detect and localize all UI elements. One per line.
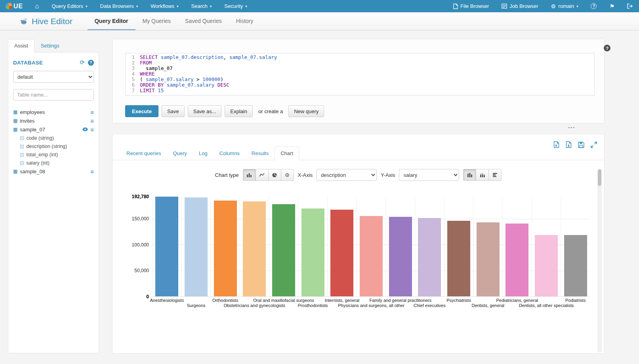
line-number: 4 xyxy=(126,71,135,77)
home-button[interactable]: ⌂ xyxy=(29,0,45,12)
chevron-down-icon: ▾ xyxy=(86,4,88,8)
column-item[interactable]: ◫total_emp (int) xyxy=(13,150,94,159)
x-axis-tick-label: Surgeons xyxy=(187,303,205,308)
resize-handle[interactable]: ••• xyxy=(565,126,578,131)
table-item[interactable]: ▦sample_08≡ xyxy=(13,167,94,176)
menu-workflows[interactable]: Workflows ▾ xyxy=(144,0,185,12)
explain-button[interactable]: Explain xyxy=(225,105,253,117)
bar-chart-type-button[interactable] xyxy=(243,169,256,181)
scrollbar-thumb[interactable] xyxy=(598,169,601,186)
menu-search[interactable]: Search ▾ xyxy=(185,0,218,12)
vertical-scrollbar[interactable] xyxy=(597,169,602,353)
code-line: sample_07 xyxy=(140,66,594,71)
x-axis-select[interactable]: description xyxy=(317,169,377,181)
chart-bar xyxy=(535,235,558,296)
chart-bar-slot: Physicians and surgeons, all other xyxy=(357,197,386,296)
save-as-button[interactable]: Save as... xyxy=(188,105,222,117)
pie-chart-type-button[interactable] xyxy=(268,169,281,181)
logout-button[interactable] xyxy=(621,0,639,12)
table-filter-input[interactable] xyxy=(13,89,94,100)
chart-bar-slot: Pediatricians, general xyxy=(503,197,532,296)
tab-my-queries[interactable]: My Queries xyxy=(135,12,178,30)
feedback-flag-button[interactable]: ⚑ xyxy=(603,0,621,12)
download-xls-icon[interactable] xyxy=(553,141,559,148)
x-axis-tick-label: Dentists, all other specialists xyxy=(519,303,574,308)
hue-logo[interactable]: UE xyxy=(0,0,29,12)
chevron-down-icon: ▾ xyxy=(210,4,212,8)
chart-bar-slot: Prosthodontists xyxy=(298,197,328,296)
y-axis-tick-label: 192,780 xyxy=(132,194,149,199)
x-axis-tick-label: Dentists, general xyxy=(471,303,504,308)
line-chart-type-button[interactable] xyxy=(256,169,269,181)
database-select[interactable]: default xyxy=(13,71,94,83)
line-number: 3 xyxy=(126,66,135,71)
code-token: sample_07.salary xyxy=(146,76,193,82)
chart-type-group xyxy=(243,169,294,181)
table-menu-icon[interactable]: ≡ xyxy=(90,169,94,174)
bar-chart: 192,780150,000100,00050,0000 Anesthesiol… xyxy=(113,197,604,297)
line-number: 5 xyxy=(126,77,135,82)
table-menu-icon[interactable]: ≡ xyxy=(90,118,94,124)
database-help-icon[interactable]: ? xyxy=(88,60,94,66)
help-button[interactable]: ? xyxy=(584,0,603,12)
table-icon: ▦ xyxy=(13,118,17,123)
code-token: FROM xyxy=(140,60,152,66)
tab-query[interactable]: Query xyxy=(167,146,193,160)
fullscreen-icon[interactable] xyxy=(591,142,597,148)
sql-code-editor[interactable]: 1234567 SELECT sample_07.description, sa… xyxy=(125,53,595,96)
column-item[interactable]: ◫salary (int) xyxy=(13,159,94,167)
tab-results[interactable]: Results xyxy=(246,146,275,160)
code-token: sample_07 xyxy=(140,65,173,71)
file-browser-link[interactable]: File Browser xyxy=(447,0,495,12)
chart-bar-slot: Psychiatrists xyxy=(444,197,474,296)
eye-icon[interactable] xyxy=(82,127,88,131)
query-editor-panel: 1234567 SELECT sample_07.description, sa… xyxy=(112,39,605,123)
chart-bar xyxy=(243,201,266,296)
editor-help-icon[interactable]: ? xyxy=(604,45,610,51)
execute-button[interactable]: Execute xyxy=(125,105,158,117)
tab-settings[interactable]: Settings xyxy=(34,39,66,53)
chart-bar-slot: Orthodontists xyxy=(211,197,240,296)
column-item[interactable]: ◫code (string) xyxy=(13,134,94,142)
download-file-icon[interactable] xyxy=(566,141,572,148)
new-query-button[interactable]: New query xyxy=(288,105,324,117)
refresh-icon[interactable]: ⟳ xyxy=(80,59,85,66)
table-item[interactable]: ▦sample_07≡ xyxy=(13,125,94,134)
code-line: ( sample_07.salary > 100000) xyxy=(140,77,594,82)
scatter-chart-type-button[interactable] xyxy=(281,169,294,181)
y-axis-select[interactable]: salary xyxy=(399,169,459,181)
tab-saved-queries[interactable]: Saved Queries xyxy=(178,12,229,30)
tab-assist[interactable]: Assist xyxy=(8,39,34,53)
menu-query-editors[interactable]: Query Editors ▾ xyxy=(46,0,94,12)
tab-query-editor[interactable]: Query Editor xyxy=(88,12,135,30)
menu-data-browsers[interactable]: Data Browsers ▾ xyxy=(94,0,145,12)
table-menu-icon[interactable]: ≡ xyxy=(90,109,94,115)
tab-chart[interactable]: Chart xyxy=(275,146,299,160)
grouped-bars-button[interactable] xyxy=(463,169,476,181)
menu-security[interactable]: Security ▾ xyxy=(218,0,254,12)
tab-log[interactable]: Log xyxy=(193,146,214,160)
code-token: SELECT xyxy=(140,54,158,60)
horizontal-bars-button[interactable] xyxy=(488,169,502,181)
chart-bar-slot: Oral and maxillofacial surgeons xyxy=(269,197,299,296)
tab-history[interactable]: History xyxy=(229,12,261,30)
save-results-icon[interactable] xyxy=(578,142,584,148)
save-button[interactable]: Save xyxy=(162,105,185,117)
table-item[interactable]: ▦employees≡ xyxy=(13,108,94,116)
job-browser-link[interactable]: Job Browser xyxy=(495,0,544,12)
table-item[interactable]: ▦invites≡ xyxy=(13,116,94,125)
tab-recent-queries[interactable]: Recent queries xyxy=(120,146,167,160)
app-title[interactable]: Hive Editor xyxy=(20,12,72,30)
x-axis-tick-label: Chief executives xyxy=(414,303,446,308)
column-name: description (string) xyxy=(26,144,67,149)
x-axis-tick-label: Psychiatrists xyxy=(446,298,471,303)
user-menu[interactable]: ⚙ romain ▾ xyxy=(545,0,585,12)
stacked-bars-button[interactable] xyxy=(476,169,489,181)
chart-bar xyxy=(505,224,528,296)
code-token: sample_07.description xyxy=(161,54,223,60)
table-menu-icon[interactable]: ≡ xyxy=(90,127,94,133)
chart-type-label: Chart type xyxy=(215,172,239,178)
column-item[interactable]: ◫description (string) xyxy=(13,142,94,150)
code-token xyxy=(214,82,217,88)
tab-columns[interactable]: Columns xyxy=(214,146,246,160)
